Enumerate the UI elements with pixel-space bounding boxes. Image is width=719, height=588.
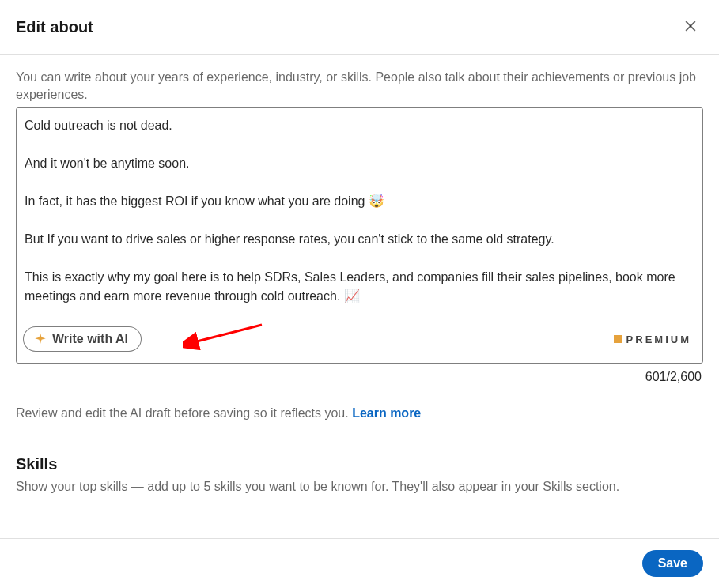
premium-icon xyxy=(614,335,622,343)
modal-footer: Save xyxy=(0,538,719,588)
review-text: Review and edit the AI draft before savi… xyxy=(16,406,352,420)
edit-about-modal: Edit about You can write about your year… xyxy=(0,0,719,588)
review-line: Review and edit the AI draft before savi… xyxy=(16,406,703,420)
premium-badge: PREMIUM xyxy=(614,334,691,345)
modal-body[interactable]: You can write about your years of experi… xyxy=(0,55,719,538)
modal-header: Edit about xyxy=(0,0,719,55)
premium-label: PREMIUM xyxy=(626,334,691,345)
skills-heading: Skills xyxy=(16,455,703,473)
svg-line-3 xyxy=(194,325,262,342)
about-editor-box: Write with AI PREMIUM xyxy=(16,107,703,364)
about-textarea-wrap xyxy=(17,108,702,315)
close-button[interactable] xyxy=(678,14,703,40)
arrow-annotation xyxy=(183,320,270,352)
save-button[interactable]: Save xyxy=(642,550,703,577)
char-counter: 601/2,600 xyxy=(16,370,703,384)
ai-button-label: Write with AI xyxy=(52,332,128,346)
write-with-ai-button[interactable]: Write with AI xyxy=(23,326,142,352)
modal-title: Edit about xyxy=(16,18,93,36)
about-hint: You can write about your years of experi… xyxy=(16,69,703,103)
close-icon xyxy=(683,18,698,36)
sparkle-icon xyxy=(33,332,47,346)
skills-subtext: Show your top skills — add up to 5 skill… xyxy=(16,478,703,496)
ai-toolbar: Write with AI PREMIUM xyxy=(17,315,702,363)
learn-more-link[interactable]: Learn more xyxy=(352,406,421,420)
about-textarea[interactable] xyxy=(17,108,702,315)
